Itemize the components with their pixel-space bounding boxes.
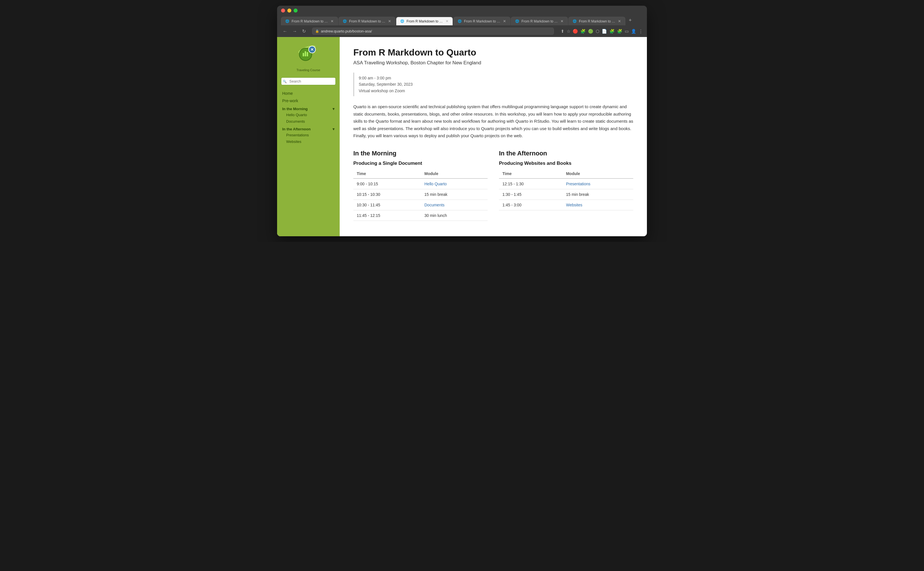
svg-text:✕: ✕ — [310, 47, 314, 52]
tab-close-icon[interactable]: ✕ — [503, 19, 506, 23]
extension-icon-4[interactable]: ⬡ — [596, 29, 599, 34]
page-description: Quarto is an open-source scientific and … — [353, 103, 633, 139]
morning-sub-heading: Producing a Single Document — [353, 160, 488, 166]
morning-section: In the Morning Producing a Single Docume… — [353, 150, 488, 221]
morning-col-time: Time — [353, 169, 421, 179]
event-location: Virtual workshop on Zoom — [359, 88, 629, 94]
menu-icon[interactable]: ⋮ — [639, 29, 643, 34]
extension-icon-1[interactable]: 🔴 — [573, 29, 578, 34]
morning-row3-module: Documents — [421, 199, 488, 210]
tab-6[interactable]: 🌐 From R Markdown to Qua... ✕ — [568, 17, 625, 25]
address-bar[interactable]: 🔒 andrew.quarto.pub/boston-asa/ — [312, 28, 554, 35]
browser-controls — [281, 9, 643, 12]
tab-close-icon[interactable]: ✕ — [388, 19, 391, 23]
tab-3-active[interactable]: 🌐 From R Markdown to Qua... ✕ — [396, 17, 453, 25]
main-content: From R Markdown to Quarto ASA Travelling… — [340, 37, 647, 236]
search-input[interactable] — [281, 77, 336, 85]
afternoon-row2-module: 15 min break — [563, 189, 633, 199]
tab-favicon: 🌐 — [515, 19, 519, 23]
websites-link[interactable]: Websites — [566, 203, 582, 207]
tab-title: From R Markdown to Qua... — [522, 19, 558, 23]
afternoon-row3-module: Websites — [563, 199, 633, 210]
info-block: 9:00 am - 3:00 pm Saturday, September 30… — [353, 73, 633, 96]
tab-favicon: 🌐 — [343, 19, 347, 23]
table-row: 10:30 - 11:45 Documents — [353, 199, 488, 210]
sidebar-toggle-icon[interactable]: ▭ — [625, 29, 629, 34]
afternoon-row3-time: 1:45 - 3:00 — [499, 199, 563, 210]
sidebar-item-websites[interactable]: Websites — [277, 138, 340, 145]
tab-1[interactable]: 🌐 From R Markdown to Qua... ✕ — [281, 17, 338, 25]
sidebar: ✕ Traveling Course Home Pre-work In t — [277, 37, 340, 236]
documents-link[interactable]: Documents — [425, 203, 445, 207]
sidebar-section-morning[interactable]: In the Morning ▾ — [277, 105, 340, 111]
afternoon-row2-time: 1:30 - 1:45 — [499, 189, 563, 199]
chevron-down-icon: ▾ — [333, 107, 334, 111]
tab-title: From R Markdown to Qua... — [464, 19, 501, 23]
extension-icon-5[interactable]: 📄 — [602, 29, 607, 34]
afternoon-col-module: Module — [563, 169, 633, 179]
tab-2[interactable]: 🌐 From R Markdown to Qua... ✕ — [339, 17, 396, 25]
morning-row3-time: 10:30 - 11:45 — [353, 199, 421, 210]
event-time: 9:00 am - 3:00 pm — [359, 75, 629, 81]
tabs-bar: 🌐 From R Markdown to Qua... ✕ 🌐 From R M… — [281, 15, 643, 25]
tab-favicon: 🌐 — [458, 19, 462, 23]
tab-close-icon[interactable]: ✕ — [331, 19, 334, 23]
share-icon[interactable]: ⬆ — [561, 29, 564, 34]
toolbar-icons: ⬆ ☆ 🔴 🧩 🟢 ⬡ 📄 🧩 🧩 ▭ 👤 ⋮ — [561, 29, 643, 34]
lock-icon: 🔒 — [315, 29, 319, 33]
sidebar-item-home[interactable]: Home — [277, 90, 340, 97]
table-row: 12:15 - 1:30 Presentations — [499, 179, 633, 189]
minimize-button[interactable] — [287, 9, 291, 12]
sidebar-item-documents[interactable]: Documents — [277, 118, 340, 125]
sidebar-item-prework[interactable]: Pre-work — [277, 97, 340, 105]
page-subtitle: ASA Travelling Workshop, Boston Chapter … — [353, 60, 633, 66]
sidebar-item-hello-quarto[interactable]: Hello Quarto — [277, 111, 340, 118]
sidebar-logo: ✕ Traveling Course — [277, 42, 340, 77]
tab-4[interactable]: 🌐 From R Markdown to Qua... ✕ — [453, 17, 510, 25]
maximize-button[interactable] — [294, 9, 297, 12]
morning-row1-time: 9:00 - 10:15 — [353, 179, 421, 189]
morning-row1-module: Hello Quarto — [421, 179, 488, 189]
address-text: andrew.quarto.pub/boston-asa/ — [321, 29, 372, 33]
tab-favicon: 🌐 — [573, 19, 577, 23]
afternoon-heading: In the Afternoon — [499, 150, 633, 157]
bookmark-icon[interactable]: ☆ — [567, 29, 570, 34]
tab-title: From R Markdown to Qua... — [349, 19, 386, 23]
tab-close-icon[interactable]: ✕ — [445, 19, 449, 23]
new-tab-button[interactable]: + — [626, 15, 634, 25]
page-body: ✕ Traveling Course Home Pre-work In t — [277, 37, 647, 236]
extension-icon-3[interactable]: 🟢 — [588, 29, 593, 34]
tab-5[interactable]: 🌐 From R Markdown to Qua... ✕ — [511, 17, 568, 25]
sidebar-nav: Home Pre-work In the Morning ▾ Hello Qua… — [277, 90, 340, 145]
browser-titlebar: 🌐 From R Markdown to Qua... ✕ 🌐 From R M… — [277, 6, 647, 25]
table-row: 10:15 - 10:30 15 min break — [353, 189, 488, 199]
chevron-down-icon: ▾ — [333, 127, 334, 131]
extension-icon-6[interactable]: 🧩 — [609, 29, 615, 34]
profile-icon[interactable]: 👤 — [631, 29, 636, 34]
svg-rect-4 — [306, 52, 308, 56]
tab-title: From R Markdown to Qua... — [407, 19, 443, 23]
morning-table: Time Module 9:00 - 10:15 Hello Quarto 10… — [353, 169, 488, 221]
hello-quarto-link[interactable]: Hello Quarto — [425, 182, 447, 186]
svg-rect-3 — [305, 51, 306, 56]
close-button[interactable] — [281, 9, 285, 12]
tab-close-icon[interactable]: ✕ — [618, 19, 621, 23]
extension-icon-2[interactable]: 🧩 — [581, 29, 586, 34]
page-title: From R Markdown to Quarto — [353, 47, 633, 58]
puzzle-icon[interactable]: 🧩 — [617, 29, 622, 34]
morning-col-module: Module — [421, 169, 488, 179]
event-date: Saturday, September 30, 2023 — [359, 81, 629, 87]
forward-button[interactable]: → — [291, 28, 299, 34]
afternoon-col-time: Time — [499, 169, 563, 179]
tab-close-icon[interactable]: ✕ — [561, 19, 564, 23]
afternoon-table: Time Module 12:15 - 1:30 Presentations 1… — [499, 169, 633, 210]
sidebar-item-presentations[interactable]: Presentations — [277, 132, 340, 138]
sidebar-section-afternoon[interactable]: In the Afternoon ▾ — [277, 125, 340, 132]
back-button[interactable]: ← — [281, 28, 289, 34]
presentations-link[interactable]: Presentations — [566, 182, 591, 186]
tab-title: From R Markdown to Qua... — [579, 19, 616, 23]
reload-button[interactable]: ↻ — [300, 28, 308, 34]
afternoon-section: In the Afternoon Producing Websites and … — [499, 150, 633, 221]
sidebar-search[interactable] — [281, 77, 336, 85]
table-row: 1:30 - 1:45 15 min break — [499, 189, 633, 199]
